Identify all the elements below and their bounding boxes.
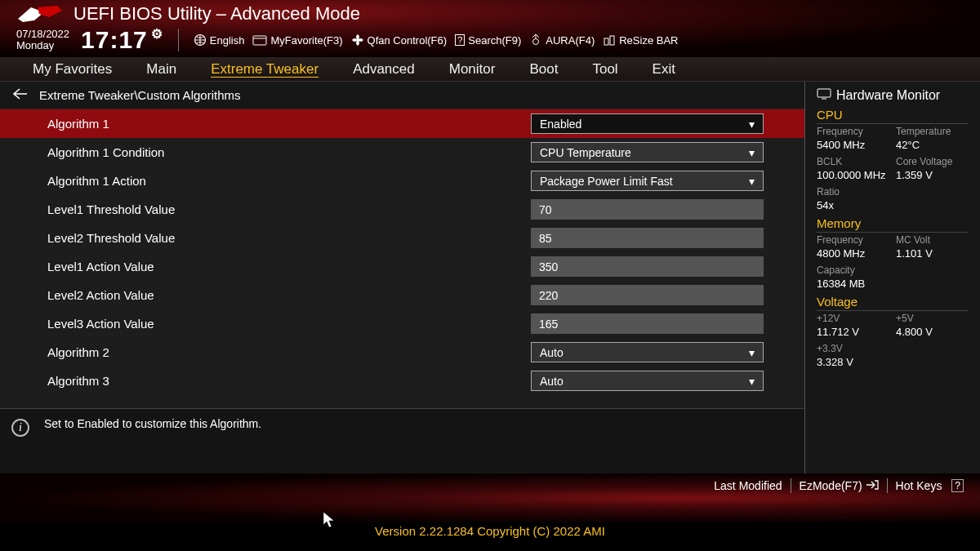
back-arrow-icon[interactable] (13, 88, 28, 102)
svg-point-3 (533, 39, 539, 45)
hw-label: Core Voltage (896, 156, 969, 167)
setting-label: Algorithm 1 (47, 117, 531, 131)
hw-value: 42°C (896, 139, 969, 151)
search-icon: ? (455, 34, 465, 46)
search-button[interactable]: ? Search(F9) (455, 34, 521, 47)
hw-mem-heading: Memory (817, 216, 969, 233)
favorite-icon (252, 34, 267, 46)
hw-value: 11.712 V (817, 326, 889, 338)
setting-label: Level2 Threshold Value (47, 231, 531, 245)
select-value: Auto (540, 346, 564, 359)
tab-advanced[interactable]: Advanced (353, 61, 415, 78)
breadcrumb-text: Extreme Tweaker\Custom Algorithms (39, 88, 240, 102)
settings-list: Algorithm 1Enabled▾Algorithm 1 Condition… (0, 109, 804, 408)
chevron-down-icon: ▾ (749, 146, 755, 159)
select-value: CPU Temperature (540, 146, 631, 159)
setting-select[interactable]: Package Power Limit Fast▾ (531, 171, 764, 191)
svg-rect-1 (253, 36, 266, 45)
setting-input[interactable] (531, 285, 764, 305)
setting-row[interactable]: Level2 Action Value (0, 281, 804, 309)
setting-label: Level1 Action Value (47, 260, 531, 273)
myfavorite-button[interactable]: MyFavorite(F3) (252, 34, 342, 47)
rog-logo-icon (16, 4, 64, 24)
tab-tool[interactable]: Tool (592, 61, 617, 78)
breadcrumb: Extreme Tweaker\Custom Algorithms (0, 82, 804, 109)
hw-cpu-heading: CPU (817, 108, 969, 124)
hw-value: 3.328 V (817, 356, 889, 368)
setting-row[interactable]: Algorithm 1 ActionPackage Power Limit Fa… (0, 167, 804, 195)
setting-select[interactable]: Auto▾ (531, 371, 764, 391)
aura-button[interactable]: AURA(F4) (529, 33, 595, 47)
day: Monday (16, 40, 69, 51)
hw-volt-heading: Voltage (817, 295, 969, 311)
hotkeys-button[interactable]: Hot Keys ? (896, 479, 964, 492)
hw-value: 4.800 V (896, 326, 969, 338)
globe-icon (194, 33, 207, 47)
hw-value: 4800 MHz (817, 247, 889, 260)
tab-main[interactable]: Main (146, 61, 176, 78)
hw-value: 5400 MHz (817, 139, 889, 151)
last-modified-button[interactable]: Last Modified (714, 479, 782, 492)
setting-input[interactable] (531, 199, 764, 220)
chevron-down-icon: ▾ (749, 375, 755, 388)
cursor-icon (323, 511, 336, 529)
help-text: Set to Enabled to customize this Algorit… (44, 417, 261, 430)
setting-row[interactable]: Level2 Threshold Value (0, 224, 804, 252)
select-value: Auto (540, 375, 564, 388)
aura-icon (529, 33, 542, 47)
qfan-button[interactable]: Qfan Control(F6) (351, 33, 448, 47)
setting-row[interactable]: Algorithm 1 ConditionCPU Temperature▾ (0, 138, 804, 167)
monitor-icon (817, 88, 831, 103)
chevron-down-icon: ▾ (749, 118, 755, 131)
setting-row[interactable]: Algorithm 2Auto▾ (0, 338, 804, 367)
setting-input[interactable] (531, 256, 764, 277)
setting-label: Level3 Action Value (47, 317, 531, 331)
footer-deco: Last Modified EzMode(F7) Hot Keys ? (0, 473, 980, 522)
setting-select[interactable]: CPU Temperature▾ (531, 142, 764, 162)
setting-row[interactable]: Level1 Action Value (0, 252, 804, 281)
setting-input[interactable] (531, 313, 764, 334)
gear-icon[interactable]: ⚙ (151, 27, 163, 41)
hw-label: Ratio (817, 186, 889, 198)
setting-row[interactable]: Algorithm 3Auto▾ (0, 367, 804, 395)
language-button[interactable]: English (194, 33, 245, 47)
separator (178, 29, 179, 51)
bios-title: UEFI BIOS Utility – Advanced Mode (74, 3, 360, 24)
hw-value: 54x (817, 199, 889, 211)
hardware-monitor-panel: Hardware Monitor CPU Frequency Temperatu… (805, 82, 980, 473)
hw-label: +12V (817, 313, 889, 324)
select-value: Enabled (540, 118, 581, 131)
hw-label: Capacity (817, 264, 889, 276)
setting-row[interactable]: Algorithm 1Enabled▾ (0, 109, 804, 138)
setting-row[interactable]: Level1 Threshold Value (0, 195, 804, 224)
setting-label: Algorithm 1 Condition (47, 145, 531, 159)
hw-value: 1.101 V (896, 247, 969, 260)
setting-input[interactable] (531, 228, 764, 248)
info-icon: i (11, 419, 29, 437)
tab-exit[interactable]: Exit (653, 61, 675, 78)
setting-label: Algorithm 3 (47, 374, 531, 388)
help-panel: i Set to Enabled to customize this Algor… (0, 408, 804, 473)
setting-label: Algorithm 2 (47, 345, 531, 359)
hw-title: Hardware Monitor (836, 88, 940, 103)
tab-myfavorites[interactable]: My Favorites (33, 61, 112, 78)
exit-icon (866, 479, 879, 493)
main-tabs: My Favorites Main Extreme Tweaker Advanc… (0, 57, 980, 82)
tab-monitor[interactable]: Monitor (449, 61, 496, 78)
ezmode-button[interactable]: EzMode(F7) (800, 479, 879, 493)
setting-select[interactable]: Enabled▾ (531, 113, 764, 134)
resizebar-button[interactable]: ReSize BAR (603, 33, 678, 47)
hw-label: +5V (896, 313, 969, 324)
date-block: 07/18/2022 Monday (16, 29, 69, 52)
svg-rect-4 (604, 38, 608, 45)
setting-label: Algorithm 1 Action (47, 174, 531, 188)
tab-boot[interactable]: Boot (529, 61, 558, 78)
svg-rect-6 (817, 89, 831, 97)
chevron-down-icon: ▾ (749, 175, 755, 188)
hw-label: Temperature (896, 126, 969, 137)
tab-extremetweaker[interactable]: Extreme Tweaker (211, 61, 318, 78)
banner: UEFI BIOS Utility – Advanced Mode 07/18/… (0, 0, 980, 57)
resize-icon (603, 33, 616, 47)
setting-row[interactable]: Level3 Action Value (0, 309, 804, 338)
setting-select[interactable]: Auto▾ (531, 342, 764, 362)
